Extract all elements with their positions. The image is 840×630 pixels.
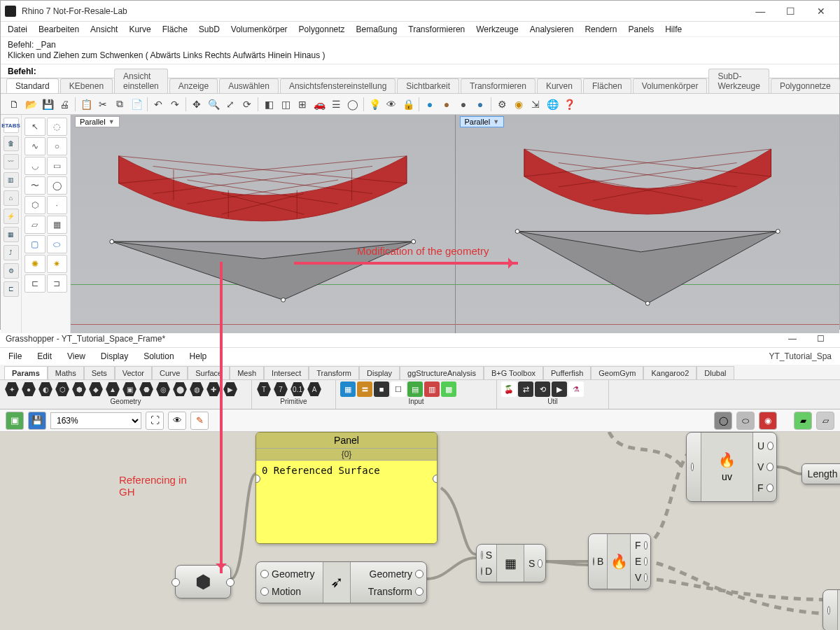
gh-tab-mesh[interactable]: Mesh (230, 366, 264, 379)
cylinder-icon[interactable]: ⬭ (47, 235, 68, 253)
zoom-extents-icon[interactable]: ⤢ (223, 97, 238, 112)
preview-mesh-icon[interactable]: ▰ (794, 412, 812, 430)
tab-anzeige[interactable]: Anzeige (169, 78, 218, 93)
wave-icon[interactable]: 〰 (4, 154, 19, 169)
menu-transformieren[interactable]: Transformieren (408, 24, 465, 34)
grid-icon[interactable]: ▦ (4, 227, 19, 242)
hex-param-icon[interactable]: ◐ (38, 382, 53, 397)
gh-save-icon[interactable]: 💾 (28, 412, 46, 430)
circle-icon[interactable]: ○ (47, 137, 68, 155)
input-icon[interactable]: ■ (374, 382, 389, 397)
box-icon[interactable]: ▢ (24, 235, 46, 253)
move-out-transform[interactable]: Transform (355, 586, 424, 597)
ellipse-icon[interactable]: ◯ (47, 176, 68, 195)
text-tool-icon[interactable]: ⊐ (47, 274, 68, 293)
ds-in-d[interactable]: D (481, 566, 492, 577)
ds-out-s[interactable]: S (528, 558, 542, 569)
print-icon[interactable]: 🖨 (57, 97, 72, 112)
hex-param-icon[interactable]: ⬡ (55, 382, 70, 397)
rect-icon[interactable]: ▭ (47, 157, 68, 175)
gh-tab-curve[interactable]: Curve (152, 366, 188, 379)
menu-bearbeiten[interactable]: Bearbeiten (38, 24, 79, 34)
tab-kurven[interactable]: Kurven (537, 78, 582, 93)
ds-in-s[interactable]: S (481, 550, 492, 561)
mesh-icon[interactable]: ▦ (47, 216, 68, 234)
gh-tab-surface[interactable]: Surface (188, 366, 230, 379)
gh-tab-dlubal[interactable]: Dlubal (696, 366, 734, 379)
input-icon[interactable]: ▩ (441, 382, 456, 397)
input-icon[interactable]: ☐ (391, 382, 406, 397)
dimension-icon[interactable]: ⇲ (528, 97, 543, 112)
tab-subd-werkzeuge[interactable]: SubD-Werkzeuge (708, 69, 769, 93)
gh-tab-transform[interactable]: Transform (309, 366, 359, 379)
lasso-icon[interactable]: ◌ (47, 118, 68, 136)
tab-ansichtsfenster[interactable]: Ansichtsfenstereinstellung (280, 78, 396, 93)
gh-tab-params[interactable]: Params (4, 366, 48, 379)
undo-icon[interactable]: ↶ (150, 97, 166, 112)
brep-out-v[interactable]: V (635, 572, 648, 583)
gear-tool-icon[interactable]: ✺ (24, 255, 46, 273)
gh-menu-solution[interactable]: Solution (144, 351, 174, 361)
hex-param-icon[interactable]: ✦ (4, 382, 20, 397)
menu-rendern[interactable]: Rendern (584, 24, 617, 34)
brep-in-b[interactable]: B (593, 556, 603, 567)
display-render-icon[interactable]: ◉ (759, 412, 777, 430)
input-icon[interactable]: 〓 (357, 382, 372, 397)
hex-param-icon[interactable]: ▶ (223, 382, 238, 397)
rotate-view-icon[interactable]: ⟳ (239, 97, 255, 112)
hex-param-icon[interactable]: ✚ (206, 382, 221, 397)
render-sphere-icon[interactable]: ● (422, 97, 438, 112)
curve-icon[interactable]: 〜 (24, 176, 46, 195)
hex-param-icon[interactable]: ● (21, 382, 36, 397)
brep-out-e[interactable]: E (635, 556, 648, 567)
menu-analysieren[interactable]: Analysieren (530, 24, 574, 34)
hide-icon[interactable]: 👁 (384, 97, 399, 112)
light-icon[interactable]: 💡 (367, 97, 382, 112)
polygon-icon[interactable]: ⬡ (24, 196, 46, 214)
gh-tab-kangaroo2[interactable]: Kangaroo2 (643, 366, 696, 379)
zoom-in-icon[interactable]: 🔍 (206, 97, 221, 112)
lock-icon[interactable]: 🔒 (400, 97, 416, 112)
length-node[interactable]: Length (802, 463, 840, 484)
tab-transformieren[interactable]: Transformieren (461, 78, 536, 93)
menu-ansicht[interactable]: Ansicht (90, 24, 118, 34)
hex-param-icon[interactable]: ⬢ (71, 382, 87, 397)
grasshopper-icon[interactable]: ◉ (511, 97, 526, 112)
gh-menu-display[interactable]: Display (101, 351, 128, 361)
gh-menu-view[interactable]: View (67, 351, 85, 361)
gh-menu-edit[interactable]: Edit (37, 351, 52, 361)
redo-icon[interactable]: ↷ (167, 97, 183, 112)
hex-param-icon[interactable]: ◍ (189, 382, 204, 397)
open-icon[interactable]: 📂 (23, 97, 38, 112)
move-component[interactable]: Geometry Motion ➶ Geometry Transform (255, 561, 427, 603)
gear-small-icon[interactable]: ⚙ (4, 263, 19, 279)
material-sphere-icon[interactable]: ● (439, 97, 454, 112)
gh-sketch-icon[interactable]: ✎ (190, 412, 209, 430)
gh-menu-help[interactable]: Help (190, 351, 207, 361)
named-view-icon[interactable]: ◫ (278, 97, 293, 112)
gh-zoom-select[interactable]: 163% (50, 412, 141, 429)
gh-menu-file[interactable]: File (8, 351, 22, 361)
pointer-icon[interactable]: ↖ (24, 118, 46, 136)
deconstruct-brep-component[interactable]: B 🔥 F E V (588, 533, 651, 589)
move-in-motion[interactable]: Motion (260, 586, 318, 597)
menu-datei[interactable]: Datei (8, 24, 27, 34)
hex-prim-icon[interactable]: A (307, 382, 322, 397)
menu-panels[interactable]: Panels (628, 24, 654, 34)
tab-volumenkoerper[interactable]: Volumenkörper (633, 78, 708, 93)
uv-in[interactable] (691, 463, 696, 471)
gh-preview-icon[interactable]: 👁 (168, 412, 186, 430)
brep-out-f[interactable]: F (635, 540, 648, 551)
globe-icon[interactable]: 🌐 (545, 97, 560, 112)
divide-surface-component[interactable]: S D ▦ S (476, 544, 546, 582)
util-icon[interactable]: ⇄ (518, 382, 533, 397)
close-button[interactable]: ✕ (807, 6, 835, 17)
gh-tab-pufferfish[interactable]: Pufferfish (543, 366, 591, 379)
viewport-left[interactable]: Parallel▼ (71, 115, 455, 333)
gh-open-icon[interactable]: ▣ (6, 412, 24, 430)
car-icon[interactable]: 🚗 (312, 97, 327, 112)
gh-tab-geomgym[interactable]: GeomGym (591, 366, 643, 379)
move-in-geometry[interactable]: Geometry (260, 568, 318, 580)
move-out-geometry[interactable]: Geometry (355, 568, 424, 580)
gh-canvas[interactable]: ⬢ Panel {0} 0 Referenced Surface Geometr… (0, 432, 840, 630)
